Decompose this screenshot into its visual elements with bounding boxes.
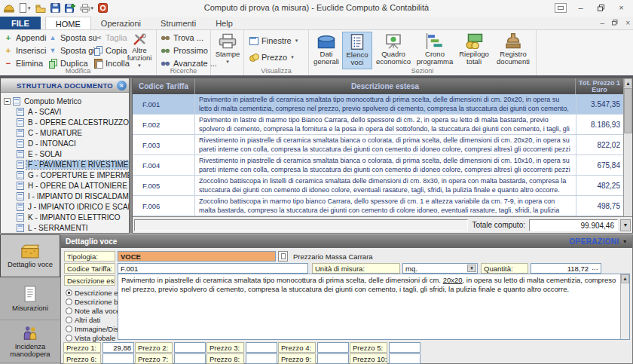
grid-body: F.001Pavimento in piastrelle di ceramica…	[133, 94, 623, 216]
document-icon	[17, 161, 24, 169]
tab-home[interactable]: HOME	[45, 17, 91, 29]
coins-icon	[249, 53, 258, 62]
prezzo-10-field[interactable]	[389, 353, 420, 364]
column-header-descrizione: Descrizione estesa	[195, 78, 576, 94]
table-row[interactable]: F.004Rivestimento in piastrelle di ceram…	[133, 155, 623, 176]
tree-item-b-opere-calcestruzzo[interactable]: B - OPERE CALCESTRUZZO CEMENTIZ	[1, 117, 129, 127]
appendi-button[interactable]: +Appendi	[2, 32, 48, 44]
crono-programma-button[interactable]: Crono programma	[414, 32, 455, 69]
tree-item-f-pavimenti[interactable]: F - PAVIMENTI E RIVESTIMENTI	[1, 159, 129, 170]
prezzo-1-field[interactable]: 29,88	[102, 342, 134, 353]
prezzo-8-field[interactable]	[246, 353, 277, 364]
descrizione-estesa-label: Descrizione estesa:	[64, 275, 115, 286]
ellipsis-button[interactable]: …	[592, 264, 599, 271]
open-folder-button[interactable]	[35, 2, 47, 14]
riepilogo-totali-button[interactable]: Riepilogo totali	[456, 32, 492, 69]
scroll-up-icon[interactable]: ▲	[621, 274, 629, 283]
grid-scrollbar[interactable]: ▲ ▼	[623, 78, 632, 216]
tree-item-c-murature[interactable]: C - MURATURE	[1, 127, 129, 138]
totale-dropdown-button[interactable]: ▼	[620, 219, 631, 231]
quadro-economico-button[interactable]: Quadro economico	[373, 32, 414, 69]
tree-root-computo-metrico[interactable]: − Computo Metrico	[1, 96, 129, 106]
prezzo-3-field[interactable]	[246, 342, 277, 353]
prezzo-9-field[interactable]	[317, 353, 349, 364]
exit-document-button[interactable]	[97, 2, 109, 14]
save-as-button[interactable]	[64, 2, 76, 14]
tab-strumenti[interactable]: Strumenti	[151, 17, 206, 29]
sidebar-item-dettaglio-voce[interactable]: Dettaglio voce	[0, 234, 60, 277]
tipologia-field[interactable]: VOCE	[118, 251, 276, 262]
mdi-restore-button[interactable]	[612, 19, 618, 27]
detail-header: Dettaglio voce OPERAZIONI ▼	[61, 235, 632, 248]
close-button[interactable]: ×	[611, 0, 631, 15]
stampe-button[interactable]: Stampe▾	[212, 32, 243, 69]
save-button[interactable]	[50, 2, 61, 14]
new-document-button[interactable]: ▾	[18, 2, 32, 14]
tree-item-a-scavi[interactable]: A - SCAVI	[1, 106, 129, 117]
sidebar-item-incidenza-manodopera[interactable]: Incidenza manodopera	[0, 320, 60, 363]
tree-item-d-intonaci[interactable]: D - INTONACI	[1, 138, 129, 148]
tree-item-l-serramenti[interactable]: L - SERRAMENTI	[1, 222, 129, 233]
prezzo-4-field[interactable]	[317, 342, 349, 353]
tipologia-picker-button[interactable]	[278, 251, 288, 262]
tree-item-g-coperture[interactable]: G - COPERTURE E IMPERMEABILIZZAZ	[1, 170, 129, 180]
mdi-minimize-button[interactable]: –	[601, 19, 605, 27]
tree-item-k-elettrico[interactable]: K - IMPIANTO ELETTRICO	[1, 212, 129, 222]
new-document-caret-icon: ▾	[28, 5, 31, 11]
codice-tariffa-field[interactable]: F.001	[118, 263, 308, 274]
tab-operazioni[interactable]: Operazioni	[91, 17, 151, 29]
group-label-sezioni: Sezioni	[309, 67, 536, 75]
altre-funzioni-button[interactable]: Altre funzioni▾	[123, 32, 156, 69]
tree-item-i-riscaldamento[interactable]: I - IMPIANTO DI RISCALDAMENTO	[1, 191, 129, 201]
panel-close-icon[interactable]: ×	[117, 81, 127, 90]
radio-altri-dati[interactable]: Altri dati	[66, 316, 100, 324]
detail-title: Dettaglio voce	[66, 237, 117, 246]
operazioni-menu[interactable]: OPERAZIONI ▼	[569, 237, 628, 246]
table-row[interactable]: F.005Zoccolino battiscopa in listelli di…	[133, 176, 623, 196]
prezzo-button[interactable]: Prezzo▾	[247, 51, 300, 63]
tipologia-label: Tipologia:	[64, 251, 115, 262]
registro-documenti-button[interactable]: Registro documenti	[493, 32, 534, 69]
group-label-ricerche: Ricerche	[157, 67, 210, 75]
description-textarea[interactable]: Pavimento in piastrelle di ceramica smal…	[118, 274, 630, 340]
print-button[interactable]: ▾	[79, 2, 95, 14]
sidebar-item-misurazioni[interactable]: Misurazioni	[0, 277, 60, 320]
minimize-button[interactable]: –	[570, 0, 591, 15]
tab-help[interactable]: Help	[206, 17, 243, 29]
workers-icon	[22, 326, 38, 341]
grid-header: Codice Tariffa Descrizione estesa Tot. P…	[133, 78, 623, 94]
elenco-voci-button[interactable]: Elenco voci	[342, 32, 372, 69]
table-row[interactable]: F.001Pavimento in piastrelle di ceramica…	[133, 94, 623, 115]
restore-button[interactable]	[591, 0, 611, 15]
table-row[interactable]: F.006Zoccolino battiscopa in marmo tipo …	[133, 196, 623, 216]
scroll-thumb[interactable]	[624, 88, 632, 133]
trova-button[interactable]: Trova ...	[158, 32, 219, 44]
prossimo-button[interactable]: Prossimo	[158, 44, 219, 57]
chevron-down-icon[interactable]: ▾	[467, 265, 476, 272]
radio-note-alla-voce[interactable]: Note alla voce	[66, 307, 120, 315]
table-row[interactable]: F.003Rivestimento in piastrelle di ceram…	[133, 135, 623, 155]
prezzo-6-field[interactable]	[102, 353, 134, 364]
radio-vista-globale[interactable]: Vista globale	[66, 334, 115, 342]
collapse-expander-icon[interactable]: −	[4, 98, 11, 105]
table-row[interactable]: F.002Pavimento in lastre di marmo tipo B…	[133, 115, 623, 135]
ribbon-options-button[interactable]	[550, 0, 570, 15]
unita-misura-select[interactable]: mq. ▾	[402, 263, 478, 274]
tree-item-e-solai[interactable]: E - SOLAI	[1, 148, 129, 159]
tree-item-j-idrico[interactable]: J - IMPIANTO IDRICO E SCARICO	[1, 201, 129, 212]
dati-generali-button[interactable]: Dati generali	[311, 32, 341, 69]
description-scrollbar[interactable]: ▲ ▼	[620, 274, 629, 339]
inserisci-button[interactable]: +Inserisci	[2, 44, 48, 57]
tab-file[interactable]: FILE	[0, 17, 41, 29]
scroll-up-icon[interactable]: ▲	[624, 78, 632, 87]
window-controls: – ×	[550, 0, 631, 15]
prezzo-2-field[interactable]	[174, 342, 206, 353]
finestre-button[interactable]: Finestre▾	[247, 35, 300, 47]
mdi-close-button[interactable]: ×	[625, 19, 630, 27]
tree-item-h-lattoniere[interactable]: H - OPERE DA LATTONIERE	[1, 180, 129, 191]
main-area: STRUTTURA DOCUMENTO × − Computo Metrico …	[0, 78, 633, 234]
prezzo-7-field[interactable]	[174, 353, 206, 364]
document-icon	[17, 192, 24, 200]
prezzo-5-field[interactable]	[389, 342, 420, 353]
quantita-field[interactable]: 118,72 …	[531, 263, 601, 274]
